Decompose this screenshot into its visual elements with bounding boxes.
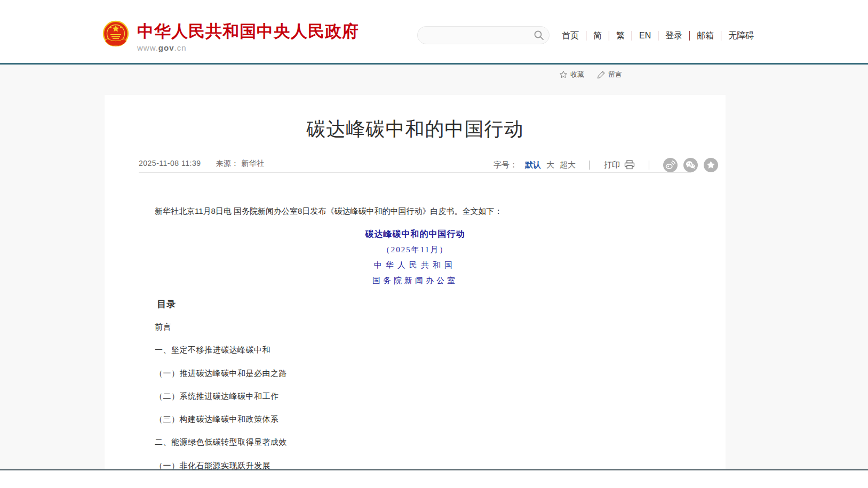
site-url-suffix: .cn [174, 43, 187, 52]
nav-item-simplified[interactable]: 简 [586, 31, 609, 41]
toc-item: 二、能源绿色低碳转型取得显著成效 [139, 430, 691, 453]
source-label: 来源： [216, 159, 239, 167]
font-size-xlarge[interactable]: 超大 [560, 160, 576, 170]
comment-label: 留言 [608, 70, 622, 79]
site-url-gov: gov [158, 43, 174, 52]
page-actions: 收藏 留言 [559, 70, 622, 79]
meta-divider-line [139, 172, 691, 173]
meta-separator [590, 161, 590, 170]
page-canvas: 中华人民共和国中央人民政府 www.gov.cn 首页 简 繁 EN 登录 邮箱… [0, 0, 868, 488]
source-value: 新华社 [241, 159, 265, 167]
article-card: 碳达峰碳中和的中国行动 2025-11-08 11:39 来源： 新华社 字号：… [105, 95, 726, 469]
article-meta-row: 2025-11-08 11:39 来源： 新华社 字号： 默认 大 超大 打印 [139, 157, 718, 173]
nav-item-login[interactable]: 登录 [658, 31, 689, 41]
star-share-icon[interactable] [704, 158, 718, 172]
toc-item: （一）推进碳达峰碳中和是必由之路 [139, 362, 691, 385]
article-lead: 新华社北京11月8日电 国务院新闻办公室8日发布《碳达峰碳中和的中国行动》白皮书… [139, 204, 691, 218]
favorite-button[interactable]: 收藏 [559, 70, 584, 79]
site-title: 中华人民共和国中央人民政府 [137, 22, 359, 41]
font-size-large[interactable]: 大 [546, 160, 554, 170]
favorite-label: 收藏 [570, 70, 584, 79]
top-nav: 首页 简 繁 EN 登录 邮箱 无障碍 [555, 29, 761, 43]
nav-item-accessibility[interactable]: 无障碍 [721, 31, 761, 41]
font-size-label: 字号： [493, 160, 517, 170]
wechat-share-icon[interactable] [683, 158, 698, 172]
site-identity: 中华人民共和国中央人民政府 www.gov.cn [137, 20, 359, 52]
document-date: （2025年11月） [105, 245, 726, 255]
printer-icon [624, 160, 635, 170]
toc-item: 前言 [139, 315, 691, 338]
share-icons [663, 158, 718, 172]
weibo-share-icon[interactable] [663, 158, 678, 172]
national-emblem-icon [102, 20, 129, 50]
toc-list: 前言 一、坚定不移推进碳达峰碳中和 （一）推进碳达峰碳中和是必由之路 （二）系统… [139, 315, 691, 477]
comment-button[interactable]: 留言 [597, 70, 622, 79]
toc-item: （三）构建碳达峰碳中和政策体系 [139, 407, 691, 430]
article-meta-left: 2025-11-08 11:39 来源： 新华社 [139, 159, 265, 169]
toc-item: （一）非化石能源实现跃升发展 [139, 454, 691, 477]
article-meta-right: 字号： 默认 大 超大 打印 [493, 157, 718, 173]
bottom-divider-line [0, 469, 868, 470]
article-source: 来源： 新华社 [216, 159, 264, 169]
document-org-line2: 国务院新闻办公室 [105, 276, 726, 286]
site-logo-link[interactable]: 中华人民共和国中央人民政府 www.gov.cn [102, 20, 359, 52]
search-box [417, 26, 550, 44]
print-label: 打印 [604, 160, 620, 170]
toc-heading: 目录 [139, 298, 176, 310]
site-url-prefix: www. [137, 43, 158, 52]
site-url: www.gov.cn [137, 43, 359, 52]
meta-separator [649, 161, 649, 170]
article-date: 2025-11-08 11:39 [139, 159, 201, 169]
nav-item-home[interactable]: 首页 [555, 31, 586, 41]
nav-item-english[interactable]: EN [632, 31, 658, 41]
toc-item: 一、坚定不移推进碳达峰碳中和 [139, 338, 691, 361]
nav-item-mail[interactable]: 邮箱 [689, 31, 721, 41]
star-outline-icon [559, 70, 568, 79]
site-header: 中华人民共和国中央人民政府 www.gov.cn 首页 简 繁 EN 登录 邮箱… [0, 0, 868, 63]
nav-item-traditional[interactable]: 繁 [609, 31, 632, 41]
print-button[interactable]: 打印 [604, 160, 635, 170]
document-org-line1: 中华人民共和国 [105, 260, 726, 270]
search-icon[interactable] [533, 30, 544, 41]
font-size-default[interactable]: 默认 [525, 160, 541, 170]
search-input[interactable] [426, 27, 528, 44]
document-title: 碳达峰碳中和的中国行动 [105, 229, 726, 240]
pencil-icon [597, 70, 606, 79]
article-title: 碳达峰碳中和的中国行动 [105, 116, 726, 142]
toc-item: （二）系统推进碳达峰碳中和工作 [139, 385, 691, 407]
